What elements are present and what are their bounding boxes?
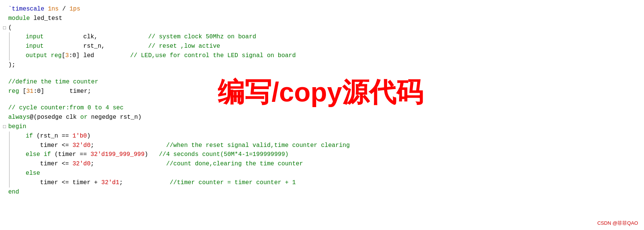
code-part-1-0: module [8, 14, 30, 23]
code-line-0: `timescale 1ns / 1ps [0, 5, 644, 14]
code-part-9-1: [ [19, 87, 26, 96]
code-part-12-3: negedge rst_n) [87, 113, 141, 122]
fold-bar [9, 141, 10, 150]
code-part-14-0: if [26, 132, 33, 141]
watermark-text: 编写/copy源代码 [218, 71, 423, 113]
line-spacer [3, 88, 8, 95]
code-editor: `timescale 1ns / 1ps module led_test□( i… [0, 0, 644, 230]
code-part-5-2: [ [62, 51, 65, 61]
line-spacer [3, 170, 8, 177]
line-spacer [3, 133, 8, 140]
code-part-15-2: ; [90, 141, 94, 150]
line-spacer [3, 15, 8, 23]
code-line-3: input clk, // system clock 50Mhz on boar… [0, 32, 644, 42]
code-part-5-3: 3 [65, 51, 69, 61]
code-part-17-1: 32'd0 [72, 159, 90, 169]
code-part-4-0: input [26, 42, 44, 51]
code-line-20: end [0, 188, 644, 197]
code-part-0-1: 1ns [48, 5, 59, 14]
code-line-2: □( [0, 23, 644, 33]
line-spacer [3, 79, 8, 86]
code-line-6: ); [0, 61, 644, 70]
fold-icon[interactable]: □ [3, 123, 8, 131]
fold-bar [9, 51, 10, 61]
code-part-11-0: // cycle counter:from 0 to 4 sec [8, 103, 123, 113]
code-line-16: else if (timer == 32'd199_999_999) //4 s… [0, 150, 644, 159]
code-part-5-4: :0] led [69, 51, 94, 61]
code-part-9-3: :0] timer; [33, 87, 91, 96]
code-part-16-4: 32'd199_999_999 [90, 150, 144, 159]
line-spacer [3, 43, 8, 50]
code-part-4-1: rst_n, [44, 42, 105, 51]
code-line-13: □begin [0, 122, 644, 132]
indent-space [11, 169, 26, 178]
code-part-14-1: (rst_n == [33, 132, 73, 141]
fold-icon[interactable]: □ [3, 24, 8, 32]
code-part-3-0: input [26, 32, 44, 42]
indent-space [11, 42, 26, 51]
line-spacer [3, 189, 8, 196]
code-part-19-1: 32'd1 [101, 178, 119, 188]
code-part-16-1 [40, 150, 44, 159]
line-spacer [3, 114, 8, 121]
fold-bar [9, 178, 10, 188]
code-part-17-2: ; [90, 159, 94, 169]
code-part-16-6: //4 seconds count(50M*4-1=199999999) [148, 150, 288, 159]
code-part-5-1: reg [47, 51, 62, 61]
code-part-18-0: else [26, 169, 40, 178]
code-part-19-3: //timer counter = timer counter + 1 [123, 178, 296, 188]
line-spacer [3, 142, 8, 150]
indent-space [11, 150, 26, 159]
line-spacer [3, 6, 8, 13]
code-part-19-0: timer <= timer + [40, 178, 101, 188]
indent-space [11, 159, 40, 169]
code-line-15: timer <= 32'd0; //when the reset signal … [0, 141, 644, 150]
code-line-19: timer <= timer + 32'd1; //timer counter … [0, 178, 644, 188]
line-spacer [3, 160, 8, 168]
code-line-5: output reg[3:0] led // LED,use for contr… [0, 51, 644, 61]
code-line-12: always@(posedge clk or negedge rst_n) [0, 113, 644, 122]
line-spacer [3, 33, 8, 41]
code-line-4: input rst_n, // reset ,low active [0, 42, 644, 51]
code-line-18: else [0, 169, 644, 178]
code-part-3-2: // system clock 50Mhz on board [98, 32, 256, 42]
fold-bar [9, 42, 10, 51]
line-spacer [3, 104, 8, 112]
code-part-5-0: output [26, 51, 47, 61]
line-spacer [3, 179, 8, 187]
code-part-16-3: (timer == [51, 150, 91, 159]
code-part-3-1: clk, [44, 32, 98, 42]
code-part-15-1: 32'd0 [72, 141, 90, 150]
code-part-19-2: ; [119, 178, 123, 188]
code-part-12-2: or [80, 113, 87, 122]
code-part-9-2: 31 [26, 87, 33, 96]
fold-bar [9, 169, 10, 178]
code-part-16-0: else [26, 150, 40, 159]
code-part-13-0: begin [8, 122, 26, 132]
indent-space [11, 32, 26, 42]
code-part-15-0: timer <= [40, 141, 72, 150]
code-part-17-0: timer <= [40, 159, 72, 169]
code-part-0-0: `timescale [8, 5, 48, 14]
code-part-4-2: // reset ,low active [105, 42, 220, 51]
fold-bar [9, 132, 10, 141]
code-part-20-0: end [8, 188, 19, 197]
code-part-2-0: ( [8, 23, 12, 33]
code-part-14-3: ) [87, 132, 91, 141]
line-spacer [3, 62, 8, 69]
code-part-9-0: reg [8, 87, 19, 96]
line-spacer [3, 70, 8, 77]
code-part-17-3: //count done,clearing the time counter [94, 159, 303, 169]
code-part-12-1: @(posedge clk [30, 113, 80, 122]
indent-space [11, 141, 40, 150]
fold-bar [9, 32, 10, 42]
code-part-16-5: ) [144, 150, 148, 159]
code-part-14-2: 1'b0 [72, 132, 87, 141]
fold-bar [9, 150, 10, 159]
indent-space [11, 132, 26, 141]
line-spacer [3, 151, 8, 159]
csdn-badge: CSDN @菲菲QAO [597, 219, 638, 227]
fold-bar [9, 159, 10, 169]
indent-space [11, 51, 26, 61]
code-line-17: timer <= 32'd0; //count done,clearing th… [0, 159, 644, 169]
